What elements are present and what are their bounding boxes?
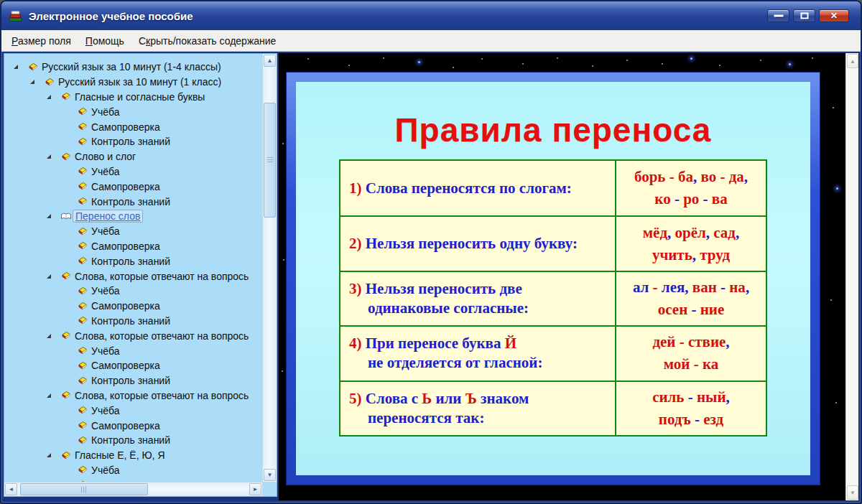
thumb-grip-icon	[267, 157, 273, 163]
title-bar[interactable]: Электронное учебное пособие ✕	[1, 1, 861, 30]
expand-triangle-icon[interactable]	[11, 65, 27, 69]
rule-text-cell: 3) Нельзя переносить двеодинаковые согла…	[340, 272, 616, 325]
tree-item-label: Русский язык за 10 минут (1-4 классы)	[40, 61, 223, 73]
rule-row: 2) Нельзя переносить одну букву:мёд, орё…	[340, 215, 766, 270]
expand-triangle-icon[interactable]	[45, 393, 60, 398]
scroll-down-icon[interactable]: ▼	[847, 485, 858, 500]
tree-item[interactable]: Контроль знаний	[4, 433, 262, 448]
maximize-button[interactable]	[793, 9, 815, 22]
tree-item[interactable]: Самопроверка	[4, 179, 262, 194]
tree-item[interactable]: Самопроверка	[4, 299, 262, 314]
expand-triangle-icon[interactable]	[45, 154, 60, 159]
rule-example-line: ал - лея, ван - на,	[633, 276, 749, 299]
tree-item[interactable]: Контроль знаний	[4, 134, 262, 149]
viewer-vertical-scrollbar[interactable]: ▲ ▼	[845, 53, 858, 500]
tree-item[interactable]: Учёба	[4, 284, 262, 299]
lesson-viewer: Правила переноса 1) Слова переносятся по…	[279, 53, 858, 500]
closed-book-icon	[77, 376, 89, 386]
tree-item[interactable]: Слова, которые отвечают на вопрось	[4, 328, 262, 343]
menu-item[interactable]: Помощь	[78, 32, 131, 50]
star-dot	[282, 370, 283, 372]
expand-triangle-icon[interactable]	[45, 453, 60, 457]
expand-triangle-icon[interactable]	[28, 80, 44, 84]
scroll-left-icon[interactable]: ◄	[5, 483, 17, 495]
rules-table: 1) Слова переносятся по слогам:борь - ба…	[339, 159, 767, 437]
tree-item[interactable]: Слова, которые отвечают на вопрось	[4, 269, 262, 284]
menu-item[interactable]: Размер поля	[4, 32, 78, 50]
star-dot	[789, 63, 791, 65]
closed-book-icon	[77, 241, 89, 251]
menu-bar: Размер поляПомощьСкрыть/показать содержа…	[1, 30, 861, 52]
tree-item[interactable]: Учёба	[4, 403, 262, 418]
tree-item[interactable]: Учёба	[4, 463, 262, 478]
tree-item[interactable]: Учёба	[4, 104, 262, 119]
tree-item-label: Слова, которые отвечают на вопрось	[73, 271, 251, 282]
tree-item[interactable]: Гласные Е, Ё, Ю, Я	[4, 448, 262, 463]
tree-item[interactable]: Контроль знаний	[4, 373, 262, 388]
star-dot	[835, 402, 837, 403]
tree-item-label: Контроль знаний	[89, 375, 172, 386]
tree-item-label: Контроль знаний	[89, 256, 172, 267]
expand-triangle-icon[interactable]	[45, 274, 60, 279]
tree-item[interactable]: Учёба	[4, 343, 262, 358]
closed-book-icon	[77, 122, 89, 131]
scroll-right-icon[interactable]: ►	[249, 483, 261, 495]
tree-item[interactable]: Гласные и согласные буквы	[4, 90, 262, 105]
star-dot	[453, 67, 454, 68]
tree-vscroll-thumb[interactable]	[264, 103, 276, 218]
tree-item[interactable]: Самопроверка	[4, 119, 262, 134]
star-dot	[522, 63, 524, 65]
tree-horizontal-scrollbar[interactable]: ◄ ►	[4, 482, 262, 496]
tree-item-label: Слово и слог	[73, 151, 138, 162]
tree-item[interactable]: Контроль знаний	[4, 253, 262, 269]
tree-item[interactable]: Самопроверка	[4, 239, 262, 254]
scroll-up-icon[interactable]: ▲	[847, 54, 858, 68]
tree-item[interactable]: Самопроверка	[4, 418, 262, 433]
tree-item-label: Учёба	[89, 106, 121, 118]
open-book-icon	[60, 212, 73, 221]
closed-book-icon	[77, 107, 89, 116]
tree-item-label: Учёба	[89, 166, 121, 177]
rule-text-line: переносятся так:	[349, 409, 611, 428]
tree-item-label-selected: Перенос слов	[73, 210, 143, 223]
tree-hscroll-thumb[interactable]	[20, 483, 148, 495]
star-dot	[812, 57, 813, 59]
scroll-up-icon[interactable]: ▲	[264, 55, 276, 67]
contents-tree: Русский язык за 10 минут (1-4 классы)Рус…	[4, 54, 262, 482]
closed-book-icon	[77, 406, 89, 415]
tree-item[interactable]: Слово и слог	[4, 149, 262, 164]
star-dot	[626, 60, 628, 61]
closed-book-icon	[60, 152, 73, 162]
tree-item[interactable]: Слова, которые отвечают на вопрось	[4, 388, 262, 403]
rule-examples-cell: мёд, орёл, сад,учить, труд	[616, 217, 766, 270]
tree-item[interactable]: Учёба	[4, 164, 262, 179]
tree-item-label: Самопроверка	[89, 241, 162, 252]
tree-item[interactable]: Контроль знаний	[4, 194, 262, 209]
tree-item[interactable]: Учёба	[4, 224, 262, 239]
tree-item[interactable]: Русский язык за 10 минут (1-4 классы)	[4, 60, 262, 75]
tree-item-label: Слова, которые отвечают на вопрось	[73, 330, 251, 342]
star-dot	[690, 57, 692, 60]
closed-book-icon	[77, 421, 89, 430]
rule-example-line: борь - ба, во - да,	[634, 166, 748, 188]
rule-example-line: осен - ние	[658, 299, 725, 321]
scroll-down-icon[interactable]: ▼	[264, 469, 276, 481]
tree-item[interactable]: Самопроверка	[4, 358, 262, 373]
star-dot	[592, 65, 593, 67]
tree-item[interactable]: Перенос слов	[4, 209, 262, 224]
rule-example-line: мёд, орёл, сад,	[643, 222, 740, 244]
rule-examples-cell: силь - ный,подъ - езд	[616, 382, 766, 435]
expand-triangle-icon[interactable]	[45, 214, 60, 218]
minimize-button[interactable]	[767, 9, 789, 22]
star-dot	[662, 63, 663, 65]
expand-triangle-icon[interactable]	[45, 95, 60, 99]
thumb-grip-icon	[81, 486, 87, 493]
tree-item-label: Учёба	[89, 405, 121, 416]
tree-item[interactable]: Русский язык за 10 минут (1 класс)	[4, 75, 262, 90]
menu-item[interactable]: Скрыть/показать содержание	[131, 32, 283, 50]
tree-item[interactable]: Контроль знаний	[4, 314, 262, 329]
tree-vertical-scrollbar[interactable]: ▲ ▼	[262, 54, 277, 482]
expand-triangle-icon[interactable]	[45, 334, 60, 338]
rule-row: 1) Слова переносятся по слогам:борь - ба…	[340, 161, 766, 215]
close-button[interactable]: ✕	[819, 9, 849, 22]
